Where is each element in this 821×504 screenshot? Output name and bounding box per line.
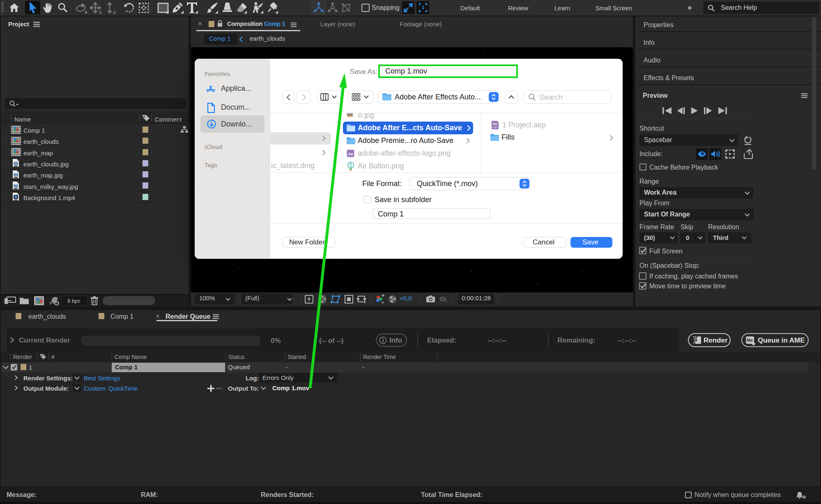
- svg-text:Me: Me: [747, 338, 753, 343]
- svg-text:Ae: Ae: [348, 152, 353, 156]
- svg-text:Ae: Ae: [493, 122, 497, 126]
- svg-text:AEP: AEP: [492, 126, 497, 129]
